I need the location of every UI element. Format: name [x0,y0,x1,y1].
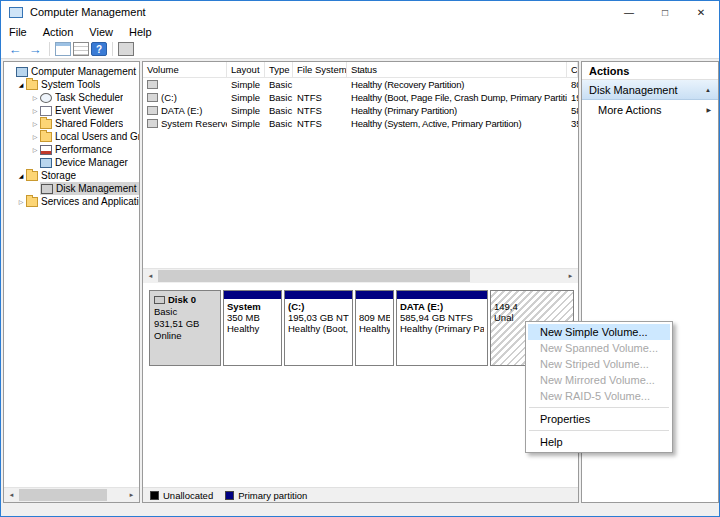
menu-item-new-simple-volume[interactable]: New Simple Volume... [528,324,670,340]
forward-button[interactable]: → [26,41,44,57]
tree-item-performance[interactable]: ▷ Performance [4,143,139,156]
partition-data-e[interactable]: DATA (E:) 585,94 GB NTFS Healthy (Primar… [396,290,488,366]
tree-item-system-tools[interactable]: ◢ System Tools [4,78,139,91]
tree-horizontal-scrollbar[interactable]: ◄ ► [4,487,139,502]
scroll-left-icon[interactable]: ◄ [4,488,19,502]
chevron-collapsed-icon[interactable]: ▷ [30,107,40,114]
scroll-left-icon[interactable]: ◄ [143,269,158,283]
primary-partition-legend-icon [225,491,234,500]
partition-c[interactable]: (C:) 195,03 GB NTFS Healthy (Boot, Page [284,290,353,366]
folder-icon [26,171,38,181]
help-button[interactable]: ? [91,42,107,56]
scroll-right-icon[interactable]: ► [563,269,578,283]
volume-row-recovery[interactable]: Simple Basic Healthy (Recovery Partition… [143,78,578,91]
tree-item-task-scheduler[interactable]: ▷ Task Scheduler [4,91,139,104]
disk-icon [154,296,165,304]
title-bar: Computer Management — □ ✕ [1,1,719,23]
back-button[interactable]: ← [6,41,24,57]
toolbar-separator [112,42,113,56]
toolbar: ← → ? [1,40,719,59]
menu-item-new-spanned-volume: New Spanned Volume... [528,340,670,356]
volume-row-data-e[interactable]: DATA (E:) Simple Basic NTFS Healthy (Pri… [143,104,578,117]
menu-file[interactable]: File [1,23,35,40]
tree-item-storage[interactable]: ◢ Storage [4,169,139,182]
chevron-expanded-icon[interactable]: ◢ [16,81,26,88]
volume-list-header: Volume Layout Type File System Status C [143,62,578,78]
volume-icon [147,106,158,115]
help-icon: ? [96,44,102,55]
app-icon [9,7,23,18]
folder-icon [26,80,38,90]
actions-group-disk-management[interactable]: Disk Management ▲ [582,80,718,100]
close-button[interactable]: ✕ [683,1,719,23]
window-title: Computer Management [30,6,611,18]
column-file-system[interactable]: File System [293,62,347,77]
collapse-icon[interactable]: ▲ [705,87,711,93]
tree-item-local-users-and-groups[interactable]: ▷ Local Users and Groups [4,130,139,143]
tree-item-event-viewer[interactable]: ▷ Event Viewer [4,104,139,117]
scrollbar-thumb[interactable] [19,489,107,501]
menu-separator [529,430,669,431]
menu-action[interactable]: Action [35,23,82,40]
partition-legend: Unallocated Primary partition [143,487,578,502]
maximize-button[interactable]: □ [647,1,683,23]
volume-icon [147,80,158,89]
volume-row-system-reserved[interactable]: System Reserved Simple Basic NTFS Health… [143,117,578,130]
window-controls: — □ ✕ [611,1,719,23]
computer-icon [16,67,28,77]
chevron-collapsed-icon[interactable]: ▷ [30,94,40,101]
event-viewer-icon [40,106,52,116]
menu-help[interactable]: Help [121,23,160,40]
primary-partition-bar [397,291,487,299]
tree-item-disk-management[interactable]: Disk Management [4,182,139,195]
minimize-button[interactable]: — [611,1,647,23]
menu-view[interactable]: View [81,23,121,40]
partition-recovery[interactable]: 809 MB Healthy ( [355,290,394,366]
volume-row-c[interactable]: (C:) Simple Basic NTFS Healthy (Boot, Pa… [143,91,578,104]
expand-right-icon: ▶ [706,106,711,113]
column-volume[interactable]: Volume [143,62,227,77]
menu-separator [529,407,669,408]
menu-item-new-striped-volume: New Striped Volume... [528,356,670,372]
primary-partition-bar [224,291,281,299]
context-menu: New Simple Volume... New Spanned Volume.… [525,321,673,453]
folder-icon [40,132,52,142]
tree-item-computer-management[interactable]: Computer Management (Local) [4,65,139,78]
selected-tree-item-highlight: Disk Management [40,182,139,195]
chevron-collapsed-icon[interactable]: ▷ [16,198,26,205]
column-type[interactable]: Type [265,62,293,77]
menu-bar: File Action View Help [1,23,719,40]
more-actions-item[interactable]: More Actions ▶ [582,100,718,119]
column-status[interactable]: Status [347,62,567,77]
tree-item-device-manager[interactable]: Device Manager [4,156,139,169]
export-list-button[interactable] [73,42,89,56]
tree-item-shared-folders[interactable]: ▷ Shared Folders [4,117,139,130]
chevron-collapsed-icon[interactable]: ▷ [30,120,40,127]
chevron-collapsed-icon[interactable]: ▷ [30,146,40,153]
menu-item-help[interactable]: Help [528,434,670,450]
console-tree-panel: Computer Management (Local) ◢ System Too… [3,61,140,503]
volume-list: Simple Basic Healthy (Recovery Partition… [143,78,578,130]
chevron-expanded-icon[interactable]: ◢ [16,172,26,179]
performance-icon [40,145,52,155]
tree-item-services-and-applications[interactable]: ▷ Services and Applications [4,195,139,208]
column-capacity[interactable]: C [567,62,578,77]
chevron-collapsed-icon[interactable]: ▷ [30,133,40,140]
column-layout[interactable]: Layout [227,62,265,77]
scroll-right-icon[interactable]: ► [124,488,139,502]
toolbar-separator [49,42,50,56]
partition-system[interactable]: System 350 MB Healthy [223,290,282,366]
volume-list-horizontal-scrollbar[interactable]: ◄ ► [143,268,578,283]
disk0-header[interactable]: Disk 0 Basic 931,51 GB Online [149,290,221,366]
primary-partition-bar [285,291,352,299]
show-console-tree-button[interactable] [55,42,71,56]
device-manager-icon [40,158,52,168]
volume-icon [147,119,158,128]
disk-properties-button[interactable] [118,42,134,56]
computer-management-window: Computer Management — □ ✕ File Action Vi… [0,0,720,517]
volume-icon [147,93,158,102]
folder-icon [40,119,52,129]
menu-item-properties[interactable]: Properties [528,411,670,427]
scrollbar-thumb[interactable] [158,270,470,282]
unallocated-legend-icon [150,491,159,500]
